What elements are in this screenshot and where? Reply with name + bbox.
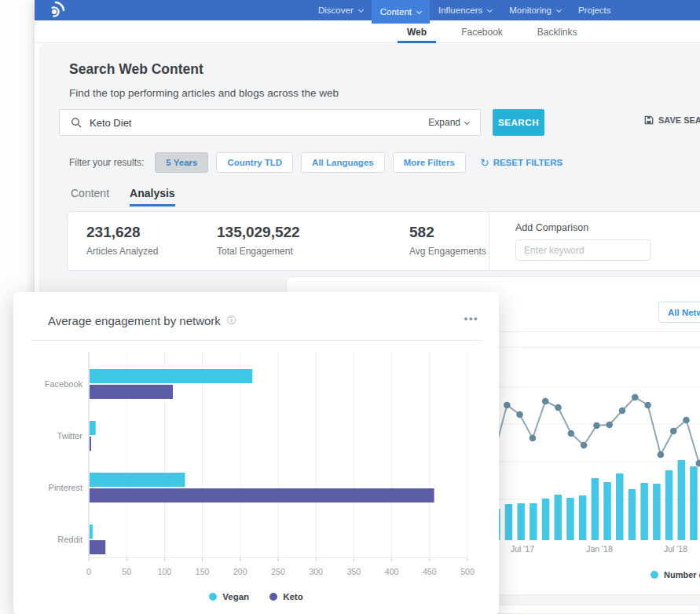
svg-text:450: 450 (423, 567, 437, 576)
add-comparison: Add Comparison (515, 222, 651, 261)
svg-text:Jul '18: Jul '18 (664, 544, 687, 554)
subnav-tab-facebook[interactable]: Facebook (452, 20, 512, 43)
save-search-button[interactable]: SAVE SEARCH (644, 115, 700, 125)
svg-text:0: 0 (86, 567, 91, 576)
svg-text:300: 300 (309, 567, 323, 576)
stat-value: 231,628 (86, 224, 158, 241)
legend-label: Keto (283, 592, 303, 601)
chevron-down-icon (464, 119, 470, 124)
svg-text:350: 350 (347, 567, 361, 576)
svg-text:250: 250 (271, 567, 285, 576)
filter-chips: 5 YearsCountry TLDAll LanguagesMore Filt… (155, 152, 474, 173)
legend-dot-icon (269, 593, 277, 601)
svg-text:400: 400 (385, 567, 399, 576)
nav-item-influencers[interactable]: Influencers (430, 0, 500, 20)
nav-item-label: Influencers (438, 5, 482, 15)
nav-item-label: Content (380, 7, 412, 16)
svg-text:Jan '18: Jan '18 (586, 544, 613, 554)
engagement-bar-chart: 050100150200250300350400450500FacebookTw… (13, 344, 499, 589)
svg-text:Facebook: Facebook (45, 379, 83, 389)
top-navbar: DiscoverContentInfluencersMonitoringProj… (35, 0, 700, 20)
nav-item-projects[interactable]: Projects (570, 0, 620, 20)
stat-label: Articles Analyzed (86, 246, 158, 257)
expand-label: Expand (428, 117, 460, 128)
legend-item-vegan: Vegan (209, 592, 249, 601)
stat-item: 135,029,522Total Engagement (217, 224, 300, 257)
stats-divider (489, 212, 489, 270)
subnav-tab-backlinks[interactable]: Backlinks (528, 20, 587, 43)
svg-text:150: 150 (196, 567, 210, 576)
subnav-tabs: WebFacebookBacklinks (35, 20, 700, 43)
all-networks-button[interactable]: All Networks (658, 302, 700, 323)
chevron-down-icon (358, 6, 364, 12)
stat-item: 231,628Articles Analyzed (86, 224, 158, 257)
nav-item-label: Discover (318, 5, 354, 15)
card-title: Average engagement by network (48, 314, 221, 327)
result-tabs: ContentAnalysis (71, 187, 196, 206)
svg-text:Pinterest: Pinterest (49, 483, 82, 492)
refresh-icon: ↻ (480, 156, 489, 169)
nav-item-label: Projects (578, 5, 611, 15)
primary-nav: DiscoverContentInfluencersMonitoringProj… (310, 0, 620, 20)
stat-label: Avg Engagements (409, 246, 486, 257)
tab-content[interactable]: Content (71, 187, 109, 206)
brand-logo-icon[interactable] (46, 0, 69, 20)
card-title-row: Average engagement by network ⓘ (48, 314, 236, 327)
reset-filters-label: RESET FILTERS (493, 158, 563, 167)
time-chart-legend: Number of Articles (651, 570, 700, 579)
search-input[interactable] (90, 117, 428, 129)
filter-chip-more-filters[interactable]: More Filters (393, 152, 466, 173)
legend-dot-icon (209, 593, 217, 601)
stat-value: 582 (409, 224, 486, 241)
nav-item-label: Monitoring (509, 5, 552, 15)
svg-text:500: 500 (460, 567, 475, 576)
page-title: Search Web Content (69, 61, 203, 78)
filter-chip-country-tld[interactable]: Country TLD (216, 152, 293, 173)
info-icon[interactable]: ⓘ (227, 314, 236, 327)
reset-filters-button[interactable]: ↻ RESET FILTERS (480, 156, 563, 169)
filter-chip-all-languages[interactable]: All Languages (301, 152, 385, 173)
stats-card: 231,628Articles Analyzed135,029,522Total… (67, 211, 700, 271)
svg-text:Reddit: Reddit (57, 535, 82, 544)
legend-item-keto: Keto (269, 592, 303, 601)
chevron-down-icon (487, 6, 493, 12)
add-comparison-label: Add Comparison (515, 222, 651, 233)
filter-label: Filter your results: (69, 157, 144, 168)
svg-text:Jul '17: Jul '17 (511, 544, 534, 554)
engagement-by-network-card: Average engagement by network ⓘ ••• 0501… (13, 292, 499, 614)
stat-label: Total Engagement (217, 246, 300, 257)
filter-chip-5-years[interactable]: 5 Years (155, 152, 208, 173)
legend-dot-icon (651, 571, 658, 579)
save-search-label: SAVE SEARCH (658, 115, 700, 125)
filter-row: Filter your results: 5 YearsCountry TLDA… (69, 152, 563, 173)
search-icon (71, 117, 82, 128)
subnav-tab-web[interactable]: Web (398, 20, 436, 43)
search-button[interactable]: SEARCH (493, 109, 544, 136)
chevron-down-icon (556, 6, 562, 12)
nav-item-content[interactable]: Content (372, 0, 430, 24)
svg-text:50: 50 (122, 567, 131, 576)
legend-label: Vegan (222, 592, 249, 601)
page-subtitle: Find the top performing articles and blo… (69, 87, 339, 99)
nav-item-discover[interactable]: Discover (310, 0, 372, 20)
save-icon (644, 115, 654, 125)
search-box[interactable]: Expand (59, 109, 481, 136)
bar-chart-legend: VeganKeto (13, 592, 499, 601)
stat-item: 582Avg Engagements (409, 224, 486, 257)
results-over-time-chart: Jul '17Jan '18Jul '18 (498, 361, 700, 559)
stat-value: 135,029,522 (217, 224, 300, 241)
svg-text:100: 100 (158, 567, 172, 576)
more-options-icon[interactable]: ••• (464, 312, 478, 324)
nav-item-monitoring[interactable]: Monitoring (500, 0, 570, 20)
expand-toggle[interactable]: Expand (428, 117, 480, 128)
svg-text:200: 200 (233, 567, 247, 576)
svg-text:Twitter: Twitter (57, 431, 83, 440)
comparison-keyword-input[interactable] (515, 239, 651, 261)
tab-analysis[interactable]: Analysis (130, 187, 175, 206)
time-legend-label: Number of Articles (664, 570, 700, 579)
chevron-down-icon (416, 8, 422, 13)
card-divider (31, 340, 482, 341)
screenshot-stage: DiscoverContentInfluencersMonitoringProj… (0, 0, 700, 614)
